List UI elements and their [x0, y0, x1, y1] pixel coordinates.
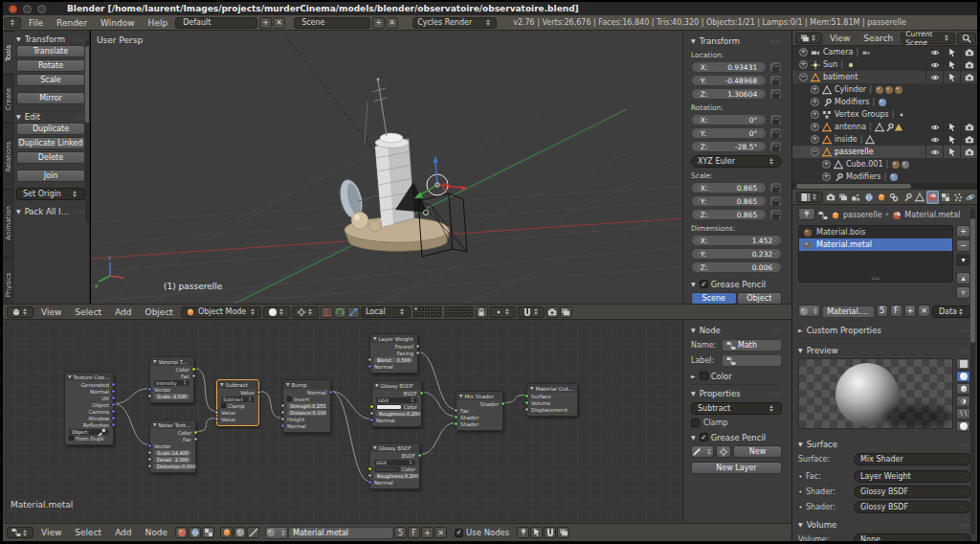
- node-editor-canvas[interactable]: ▼Texture CoordinateGeneratedNormalUVObje…: [3, 320, 682, 523]
- outliner-item-antenna[interactable]: +antenna|: [792, 121, 977, 133]
- fake-user-button[interactable]: F: [890, 305, 902, 317]
- renderability-toggle[interactable]: [960, 133, 977, 146]
- properties-tab-object[interactable]: [875, 191, 887, 204]
- expand-toggle[interactable]: +: [799, 48, 808, 57]
- properties-tab-physics[interactable]: [965, 191, 977, 204]
- math-operation-select[interactable]: Subtract: [691, 402, 782, 415]
- node-material-name-field[interactable]: Material.metal: [288, 527, 393, 539]
- number-field-z[interactable]: ‹Z:1.30604›: [691, 88, 767, 100]
- tool-tab-create[interactable]: Create: [3, 74, 14, 123]
- material-link-select[interactable]: Data: [932, 306, 971, 318]
- viewport-3d[interactable]: yz User Persp (1) passerelle: [91, 31, 682, 304]
- render-animation-button[interactable]: [560, 306, 572, 318]
- render-engine-select[interactable]: Cycles Render: [412, 17, 497, 29]
- tool-shelf-scrollbar[interactable]: [85, 46, 90, 123]
- node-mix[interactable]: ▼Mix ShaderShaderFacShaderShader: [456, 391, 503, 431]
- lock-toggle[interactable]: [769, 182, 782, 193]
- node-unlink-material-button[interactable]: ✕: [434, 527, 447, 538]
- outliner-item-cube-001[interactable]: +Cube.001|: [792, 158, 977, 170]
- properties-tab-data[interactable]: [913, 191, 925, 204]
- lock-toggle[interactable]: [769, 141, 782, 152]
- gp-tab-object[interactable]: Object: [737, 292, 783, 304]
- node-number-field[interactable]: Detail:2.000: [154, 457, 191, 463]
- transform-orientation-select[interactable]: Local: [361, 306, 411, 318]
- button-join[interactable]: Join: [16, 170, 85, 182]
- node-menu-select[interactable]: Select: [68, 528, 108, 537]
- expand-toggle[interactable]: −: [799, 73, 808, 81]
- number-field-y[interactable]: ‹Y:0.232›: [691, 248, 782, 260]
- menu-help[interactable]: Help: [142, 18, 175, 28]
- lock-to-scene-toggle[interactable]: [476, 306, 488, 318]
- delete-layout-button[interactable]: ✕: [273, 17, 285, 29]
- outliner-item-sun[interactable]: +Sun|: [792, 58, 977, 71]
- tree-type-compositing-button[interactable]: [234, 527, 246, 538]
- node-new-material-button[interactable]: +: [421, 527, 434, 538]
- grease-pencil-checkbox[interactable]: [700, 280, 708, 288]
- slot-move-down-button[interactable]: ▿: [956, 286, 970, 299]
- node-enum-select[interactable]: Intensity: [154, 380, 189, 386]
- shader-type-world-button[interactable]: [189, 527, 201, 538]
- selectability-toggle[interactable]: [943, 133, 960, 146]
- panel-header-volume[interactable]: ▼Volume::::: [798, 518, 971, 531]
- surface-value-select[interactable]: Glossy BSDF◦: [854, 486, 971, 498]
- clamp-checkbox[interactable]: [691, 419, 700, 427]
- set-origin-menu[interactable]: Set Origin: [16, 188, 85, 200]
- gp-new-layer-button[interactable]: New Layer: [691, 462, 782, 474]
- preview-hair-button[interactable]: ∖∖: [956, 408, 970, 419]
- button-rotate[interactable]: Rotate: [16, 59, 85, 72]
- editor-type-button-outliner[interactable]: [795, 33, 822, 44]
- node-number-field[interactable]: Roughness:0.200: [374, 473, 415, 479]
- panel-header-preview[interactable]: ▼Preview::::: [798, 344, 971, 356]
- properties-tab-world[interactable]: [862, 191, 875, 204]
- render-still-button[interactable]: [546, 306, 559, 318]
- number-field-z[interactable]: ‹Z:-28.5°›: [691, 141, 767, 152]
- node-color-swatch[interactable]: [376, 404, 402, 410]
- preview-flat-button[interactable]: [956, 358, 970, 370]
- gp-draw-mode-button[interactable]: [691, 445, 714, 458]
- outliner-display-select[interactable]: Current Scene: [901, 33, 955, 44]
- mode-select[interactable]: Object Mode: [181, 306, 261, 318]
- outliner-item-vertex-groups[interactable]: +Vertex Groups|: [792, 108, 977, 121]
- viewport-shading-select[interactable]: [263, 306, 290, 318]
- renderability-toggle[interactable]: [960, 58, 977, 71]
- menu-window[interactable]: Window: [94, 18, 142, 28]
- properties-tab-render[interactable]: [824, 191, 836, 204]
- viewport-menu-view[interactable]: View: [34, 307, 68, 317]
- color-checkbox[interactable]: [700, 372, 708, 380]
- pin-node-tree-button[interactable]: [517, 527, 529, 538]
- proportional-edit-select[interactable]: [489, 306, 516, 318]
- node-checkbox[interactable]: [221, 403, 226, 408]
- window-minimize-button[interactable]: [23, 5, 32, 13]
- expand-toggle[interactable]: +: [811, 123, 819, 131]
- viewport-menu-object[interactable]: Object: [139, 307, 180, 317]
- manipulator-scale-toggle[interactable]: [347, 306, 360, 318]
- screen-layout-select[interactable]: Default: [175, 17, 257, 29]
- properties-tab-constraints[interactable]: [888, 191, 901, 204]
- rotation-mode-select[interactable]: XYZ Euler: [691, 155, 782, 168]
- node-users-count-button[interactable]: 5: [394, 527, 407, 538]
- breadcrumb-object[interactable]: passerelle: [843, 211, 882, 219]
- preview-cube-button[interactable]: [956, 383, 970, 395]
- add-material-slot-button[interactable]: +: [956, 225, 970, 238]
- add-scene-button[interactable]: +: [372, 17, 385, 29]
- panel-header-surface[interactable]: ▼Surface::::: [798, 438, 971, 450]
- selectability-toggle[interactable]: [943, 58, 960, 71]
- properties-tab-render-layers[interactable]: [836, 191, 849, 204]
- node-name-field[interactable]: Math: [722, 339, 782, 351]
- node-menu-add[interactable]: Add: [108, 528, 138, 537]
- node-number-field[interactable]: Distance:0.100: [287, 410, 326, 416]
- visibility-toggle[interactable]: [925, 46, 943, 58]
- tree-type-texture-button[interactable]: [247, 527, 259, 538]
- number-field-x[interactable]: ‹X:0.93431›: [691, 61, 767, 73]
- expand-toggle[interactable]: +: [822, 172, 831, 181]
- volume-value-select[interactable]: None◦: [854, 533, 971, 541]
- button-duplicate-linked[interactable]: Duplicate Linked: [16, 137, 85, 149]
- gp-crosshair-button[interactable]: [716, 445, 731, 458]
- preview-sphere-button[interactable]: [956, 371, 970, 382]
- outliner-menu-view[interactable]: View: [823, 34, 857, 43]
- lock-toggle[interactable]: [769, 88, 782, 100]
- visibility-toggle[interactable]: [925, 71, 943, 83]
- tree-type-shader-button[interactable]: [220, 527, 233, 538]
- node-number-field[interactable]: Strength:0.255: [287, 403, 326, 409]
- panel-header-node-properties[interactable]: ▼Properties::::: [691, 387, 782, 399]
